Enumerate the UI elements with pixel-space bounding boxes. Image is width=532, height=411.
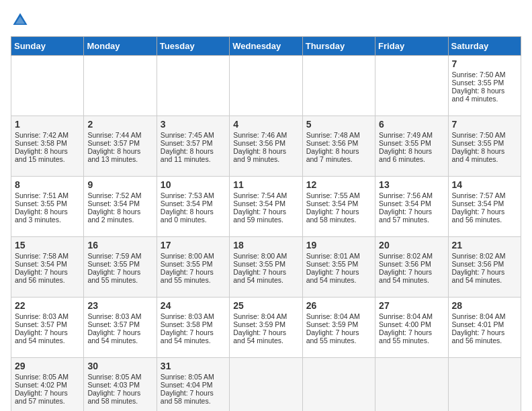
sunset: Sunset: 4:01 PM — [452, 320, 504, 328]
calendar-cell: 26Sunrise: 8:04 AMSunset: 3:59 PMDayligh… — [302, 298, 375, 358]
daylight: Daylight: 7 hours and 55 minutes. — [87, 268, 140, 284]
calendar-cell: 4Sunrise: 7:46 AMSunset: 3:56 PMDaylight… — [230, 116, 302, 177]
calendar-cell — [302, 358, 375, 412]
day-number: 24 — [161, 300, 226, 311]
day-number: 13 — [379, 179, 444, 190]
week-row-5: 22Sunrise: 8:03 AMSunset: 3:57 PMDayligh… — [11, 298, 521, 358]
day-number: 16 — [87, 240, 152, 250]
day-number: 11 — [233, 179, 298, 190]
calendar-cell: 30Sunrise: 8:05 AMSunset: 4:03 PMDayligh… — [84, 358, 157, 412]
calendar-cell — [230, 358, 302, 412]
daylight: Daylight: 8 hours and 3 minutes. — [15, 208, 68, 224]
calendar-cell: 8Sunrise: 7:51 AMSunset: 3:55 PMDaylight… — [11, 177, 84, 237]
header-day-tuesday: Tuesday — [157, 37, 229, 56]
day-number: 21 — [452, 240, 517, 250]
daylight: Daylight: 7 hours and 54 minutes. — [233, 328, 286, 345]
sunset: Sunset: 3:57 PM — [15, 320, 67, 328]
sunrise: Sunrise: 7:51 AM — [15, 191, 69, 199]
sunset: Sunset: 3:55 PM — [15, 199, 67, 208]
day-number: 6 — [379, 119, 444, 130]
daylight: Daylight: 7 hours and 55 minutes. — [379, 328, 432, 345]
day-number: 25 — [233, 300, 298, 311]
calendar-cell: 1Sunrise: 7:42 AMSunset: 3:58 PMDaylight… — [11, 116, 84, 177]
sunrise: Sunrise: 8:03 AM — [87, 312, 141, 320]
sunset: Sunset: 3:55 PM — [379, 139, 431, 147]
sunset: Sunset: 3:57 PM — [161, 139, 213, 147]
sunset: Sunset: 3:54 PM — [379, 199, 431, 208]
calendar-cell: 15Sunrise: 7:58 AMSunset: 3:54 PMDayligh… — [11, 237, 84, 298]
calendar-cell: 22Sunrise: 8:03 AMSunset: 3:57 PMDayligh… — [11, 298, 84, 358]
daylight: Daylight: 7 hours and 55 minutes. — [161, 268, 214, 284]
calendar-cell: 6Sunrise: 7:49 AMSunset: 3:55 PMDaylight… — [375, 116, 448, 177]
sunset: Sunset: 4:03 PM — [87, 381, 140, 389]
calendar-cell: 28Sunrise: 8:04 AMSunset: 4:01 PMDayligh… — [448, 298, 521, 358]
daylight: Daylight: 7 hours and 56 minutes. — [452, 208, 505, 224]
daylight: Daylight: 7 hours and 58 minutes. — [161, 389, 214, 405]
sunset: Sunset: 3:54 PM — [306, 199, 359, 208]
sunset: Sunset: 3:56 PM — [379, 260, 431, 268]
daylight: Daylight: 8 hours and 9 minutes. — [233, 147, 286, 163]
sunset: Sunset: 4:04 PM — [161, 381, 213, 389]
calendar-cell: 2Sunrise: 7:44 AMSunset: 3:57 PMDaylight… — [84, 116, 157, 177]
daylight: Daylight: 7 hours and 57 minutes. — [15, 389, 68, 405]
sunrise: Sunrise: 8:02 AM — [452, 252, 506, 260]
day-number: 31 — [161, 361, 226, 371]
daylight: Daylight: 8 hours and 6 minutes. — [379, 147, 432, 163]
week-row-6: 29Sunrise: 8:05 AMSunset: 4:02 PMDayligh… — [11, 358, 521, 412]
daylight: Daylight: 8 hours and 4 minutes. — [452, 87, 505, 103]
calendar-cell: 23Sunrise: 8:03 AMSunset: 3:57 PMDayligh… — [84, 298, 157, 358]
sunset: Sunset: 3:56 PM — [452, 260, 504, 268]
sunset: Sunset: 3:56 PM — [233, 139, 285, 147]
day-number: 18 — [233, 240, 298, 250]
calendar-cell: 21Sunrise: 8:02 AMSunset: 3:56 PMDayligh… — [448, 237, 521, 298]
sunrise: Sunrise: 7:50 AM — [452, 131, 506, 139]
sunrise: Sunrise: 7:52 AM — [87, 191, 141, 199]
calendar-cell: 13Sunrise: 7:56 AMSunset: 3:54 PMDayligh… — [375, 177, 448, 237]
sunrise: Sunrise: 8:04 AM — [233, 312, 287, 320]
sunrise: Sunrise: 7:55 AM — [306, 191, 360, 199]
day-number: 8 — [15, 179, 80, 190]
sunrise: Sunrise: 7:53 AM — [161, 191, 214, 199]
day-number: 19 — [306, 240, 371, 250]
calendar-cell: 17Sunrise: 8:00 AMSunset: 3:55 PMDayligh… — [157, 237, 229, 298]
day-number: 30 — [87, 361, 152, 371]
sunrise: Sunrise: 8:05 AM — [161, 373, 214, 381]
week-row-1: 7Sunrise: 7:50 AMSunset: 3:55 PMDaylight… — [11, 56, 521, 116]
daylight: Daylight: 7 hours and 58 minutes. — [87, 389, 140, 405]
calendar-cell: 19Sunrise: 8:01 AMSunset: 3:55 PMDayligh… — [302, 237, 375, 298]
daylight: Daylight: 8 hours and 4 minutes. — [452, 147, 505, 163]
page-header — [11, 11, 521, 30]
sunset: Sunset: 3:54 PM — [452, 199, 504, 208]
sunset: Sunset: 3:55 PM — [161, 260, 213, 268]
sunset: Sunset: 3:54 PM — [87, 199, 140, 208]
daylight: Daylight: 7 hours and 54 minutes. — [15, 328, 68, 345]
sunset: Sunset: 4:02 PM — [15, 381, 67, 389]
sunrise: Sunrise: 7:50 AM — [452, 71, 506, 79]
sunrise: Sunrise: 7:59 AM — [87, 252, 141, 260]
day-number: 27 — [379, 300, 444, 311]
sunset: Sunset: 3:55 PM — [233, 260, 285, 268]
daylight: Daylight: 7 hours and 54 minutes. — [233, 268, 286, 284]
daylight: Daylight: 8 hours and 13 minutes. — [87, 147, 140, 163]
daylight: Daylight: 7 hours and 57 minutes. — [379, 208, 432, 224]
calendar-header: SundayMondayTuesdayWednesdayThursdayFrid… — [11, 37, 521, 56]
calendar-cell — [302, 56, 375, 116]
week-row-3: 8Sunrise: 7:51 AMSunset: 3:55 PMDaylight… — [11, 177, 521, 237]
day-number: 26 — [306, 300, 371, 311]
daylight: Daylight: 7 hours and 54 minutes. — [306, 268, 359, 284]
calendar-cell: 25Sunrise: 8:04 AMSunset: 3:59 PMDayligh… — [230, 298, 302, 358]
sunset: Sunset: 3:54 PM — [233, 199, 285, 208]
sunrise: Sunrise: 7:54 AM — [233, 191, 287, 199]
day-number: 2 — [87, 119, 152, 130]
sunset: Sunset: 3:59 PM — [233, 320, 285, 328]
daylight: Daylight: 7 hours and 54 minutes. — [379, 268, 432, 284]
calendar-cell: 24Sunrise: 8:03 AMSunset: 3:58 PMDayligh… — [157, 298, 229, 358]
day-number: 17 — [161, 240, 226, 250]
calendar-cell — [157, 56, 229, 116]
day-number: 7 — [452, 119, 517, 130]
sunrise: Sunrise: 7:56 AM — [379, 191, 433, 199]
sunset: Sunset: 3:57 PM — [87, 139, 140, 147]
logo — [11, 11, 34, 30]
sunrise: Sunrise: 7:48 AM — [306, 131, 360, 139]
header-day-saturday: Saturday — [448, 37, 521, 56]
